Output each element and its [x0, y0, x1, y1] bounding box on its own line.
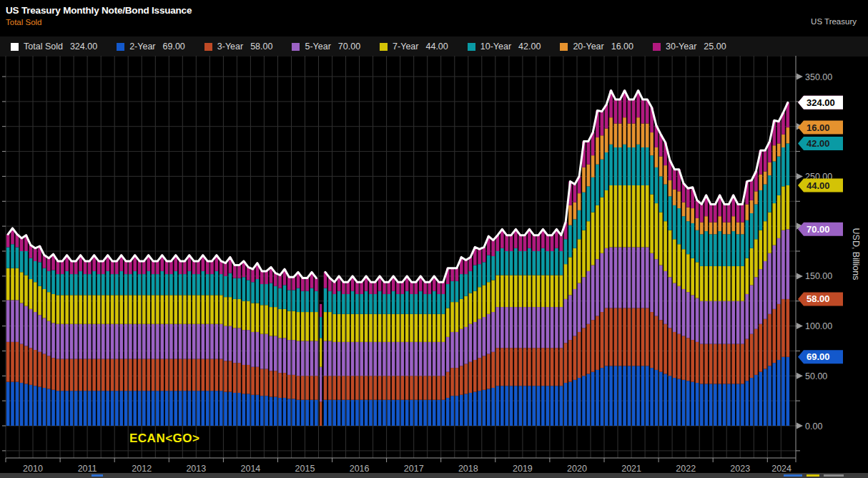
- svg-text:58.00: 58.00: [807, 293, 830, 304]
- svg-text:2014: 2014: [240, 464, 260, 474]
- axis-badge-42.00: 42.00: [798, 137, 843, 150]
- statusbar-mark: [784, 474, 802, 477]
- svg-text:2011: 2011: [78, 464, 97, 474]
- svg-text:70.00: 70.00: [807, 224, 830, 235]
- svg-text:2017: 2017: [404, 464, 424, 474]
- svg-text:2015: 2015: [295, 464, 315, 474]
- svg-text:350.00: 350.00: [805, 72, 832, 82]
- axis-badge-58.00: 58.00: [798, 292, 843, 306]
- svg-text:2023: 2023: [730, 464, 750, 474]
- axis-badge-44.00: 44.00: [798, 179, 843, 192]
- svg-text:2018: 2018: [458, 464, 478, 474]
- svg-text:0.00: 0.00: [805, 421, 822, 431]
- issuance-chart-canvas[interactable]: 0.0050.00100.00150.00200.00250.00300.003…: [0, 0, 868, 478]
- bloomberg-chart-window: US Treasury Monthly Note/Bond Issuance T…: [0, 0, 868, 478]
- svg-text:100.00: 100.00: [805, 321, 832, 331]
- svg-text:2012: 2012: [132, 464, 152, 474]
- axis-badge-324.00: 324.00: [798, 96, 843, 109]
- svg-text:324.00: 324.00: [807, 97, 835, 108]
- svg-text:2019: 2019: [513, 464, 533, 474]
- svg-text:2020: 2020: [567, 464, 587, 474]
- svg-text:16.00: 16.00: [807, 122, 830, 133]
- svg-text:2022: 2022: [676, 464, 696, 474]
- axis-badge-16.00: 16.00: [798, 121, 843, 135]
- statusbar-mark: [824, 474, 844, 477]
- svg-text:150.00: 150.00: [805, 271, 832, 281]
- axis-badge-70.00: 70.00: [798, 223, 843, 236]
- svg-text:2013: 2013: [186, 464, 206, 474]
- svg-text:69.00: 69.00: [807, 351, 830, 362]
- x-axis-labels: 2010201120122013201420152016201720182019…: [6, 458, 796, 474]
- statusbar-mark: [807, 474, 819, 477]
- command-hint: ECAN<GO>: [129, 431, 199, 446]
- svg-text:44.00: 44.00: [807, 180, 830, 191]
- axis-badge-69.00: 69.00: [798, 350, 843, 364]
- statusbar-mark: [92, 474, 103, 477]
- svg-text:2021: 2021: [621, 464, 641, 474]
- svg-text:42.00: 42.00: [807, 138, 830, 149]
- svg-text:2024: 2024: [771, 464, 791, 474]
- bottom-statusbar: [0, 473, 868, 478]
- y-axis-title: USD, Billions: [851, 228, 861, 281]
- svg-text:2010: 2010: [23, 464, 43, 474]
- svg-text:50.00: 50.00: [805, 371, 827, 381]
- svg-text:2016: 2016: [350, 464, 370, 474]
